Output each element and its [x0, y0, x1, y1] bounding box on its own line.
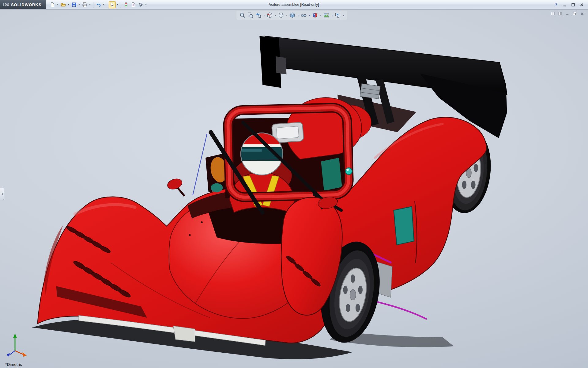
- hide-show-items-dropdown-arrow[interactable]: ▾: [308, 11, 311, 19]
- view-orientation-dropdown-arrow[interactable]: ▾: [285, 11, 288, 19]
- expand-pane-button[interactable]: [557, 11, 563, 16]
- close-document-icon: [580, 12, 584, 16]
- apply-scene-button[interactable]: [322, 11, 330, 19]
- view-settings-button[interactable]: [334, 11, 341, 19]
- minimize-document-button[interactable]: [564, 11, 570, 16]
- reference-triad: [7, 333, 27, 357]
- previous-view-button[interactable]: [254, 11, 262, 19]
- zoom-to-area-icon: [247, 12, 253, 18]
- close-icon: [580, 3, 584, 7]
- edit-appearance-icon: [312, 12, 318, 18]
- hide-show-items-button[interactable]: [300, 11, 307, 19]
- model-view[interactable]: *Dimetric: [0, 9, 588, 368]
- section-view-icon: [267, 12, 273, 18]
- print-icon: [82, 2, 87, 7]
- section-view-dropdown-arrow[interactable]: ▾: [274, 11, 277, 19]
- rebuild-button[interactable]: [123, 1, 130, 8]
- solidworks-logo: 3DS SOLIDWORKS: [0, 0, 46, 9]
- display-style-icon: [289, 12, 295, 18]
- rebuild-icon: [123, 2, 129, 7]
- previous-view-dropdown-arrow[interactable]: ▾: [262, 11, 266, 19]
- graphics-viewport[interactable]: *Dimetric ▾▾▾▾▾▾▾▾ ◂: [0, 9, 588, 368]
- section-view-button[interactable]: [266, 11, 273, 19]
- open-document-dropdown-arrow[interactable]: ▾: [67, 1, 70, 8]
- 3ds-logo-icon: 3DS: [3, 3, 9, 6]
- open-document-button[interactable]: [60, 1, 67, 8]
- view-settings-icon: [335, 12, 341, 18]
- display-style-button[interactable]: [288, 11, 296, 19]
- options-dropdown-arrow[interactable]: ▾: [145, 1, 148, 8]
- open-document-icon: [61, 2, 66, 7]
- undo-dropdown-arrow[interactable]: ▾: [102, 1, 105, 8]
- collapse-pane-button[interactable]: [550, 11, 556, 16]
- restore-document-icon: [573, 12, 577, 16]
- apply-scene-icon: [323, 12, 329, 18]
- select-tool-button[interactable]: [109, 1, 116, 8]
- minimize-document-icon: [565, 12, 569, 16]
- hide-show-items-icon: [301, 12, 307, 18]
- undo-icon: [96, 2, 101, 7]
- display-style-dropdown-arrow[interactable]: ▾: [296, 11, 300, 19]
- save-dropdown-arrow[interactable]: ▾: [78, 1, 81, 8]
- new-document-dropdown-arrow[interactable]: ▾: [56, 1, 59, 8]
- apply-scene-dropdown-arrow[interactable]: ▾: [330, 11, 334, 19]
- collapse-pane-icon: [551, 12, 555, 16]
- minimize-icon: [563, 3, 567, 7]
- edit-appearance-button[interactable]: [311, 11, 319, 19]
- view-orientation-label: *Dimetric: [5, 362, 22, 367]
- new-document-button[interactable]: [49, 1, 56, 8]
- restore-document-button[interactable]: [572, 11, 578, 16]
- interior-teal-panel: [321, 158, 342, 191]
- toolbar-separator: [93, 2, 93, 8]
- view-orientation-icon: [278, 12, 284, 18]
- zoom-to-area-button[interactable]: [247, 11, 254, 19]
- interior-teal-seat: [211, 183, 223, 192]
- options-button[interactable]: [137, 1, 144, 8]
- previous-view-icon: [255, 12, 261, 18]
- heads-up-view-toolbar: ▾▾▾▾▾▾▾▾: [236, 11, 347, 20]
- toolbar-separator: [107, 2, 107, 8]
- zoom-to-fit-icon: [239, 12, 245, 18]
- new-document-icon: [50, 2, 55, 7]
- select-tool-icon: [110, 2, 115, 7]
- viewport-window-controls: [550, 11, 585, 16]
- file-properties-button[interactable]: [130, 1, 137, 8]
- options-icon: [138, 2, 143, 7]
- car-model[interactable]: [32, 36, 507, 359]
- close-document-button[interactable]: [579, 11, 585, 16]
- expand-pane-icon: [558, 12, 562, 16]
- edit-appearance-dropdown-arrow[interactable]: ▾: [319, 11, 322, 19]
- save-button[interactable]: [70, 1, 77, 8]
- standard-toolbar: ▾▾▾▾▾▾▾: [46, 0, 148, 9]
- file-properties-icon: [131, 2, 136, 7]
- brand-name: SOLIDWORKS: [11, 2, 42, 7]
- help-icon: ?: [554, 3, 558, 7]
- print-button[interactable]: [81, 1, 88, 8]
- help-button[interactable]: ?: [552, 2, 560, 8]
- save-icon: [71, 2, 77, 7]
- front-fin: [173, 326, 195, 342]
- window-title: Voiture assemblee [Read-only]: [269, 0, 319, 9]
- maximize-icon: [571, 3, 575, 7]
- view-settings-dropdown-arrow[interactable]: ▾: [342, 11, 345, 19]
- cyan-indicator: [345, 168, 352, 174]
- minimize-button[interactable]: [561, 2, 568, 8]
- title-bar: 3DS SOLIDWORKS ▾▾▾▾▾▾▾ Voiture assemblee…: [0, 0, 588, 10]
- select-tool-dropdown-arrow[interactable]: ▾: [116, 1, 119, 8]
- zoom-to-fit-button[interactable]: [239, 11, 246, 19]
- window-controls: ?: [552, 2, 588, 8]
- print-dropdown-arrow[interactable]: ▾: [89, 1, 92, 8]
- featuremanager-collapse-tab[interactable]: ◂: [0, 188, 4, 200]
- view-orientation-button[interactable]: [277, 11, 285, 19]
- toolbar-separator: [121, 2, 121, 8]
- undo-button[interactable]: [95, 1, 102, 8]
- side-window-teal: [394, 206, 414, 245]
- close-button[interactable]: [578, 2, 586, 8]
- maximize-button[interactable]: [569, 2, 577, 8]
- svg-text:?: ?: [555, 3, 557, 6]
